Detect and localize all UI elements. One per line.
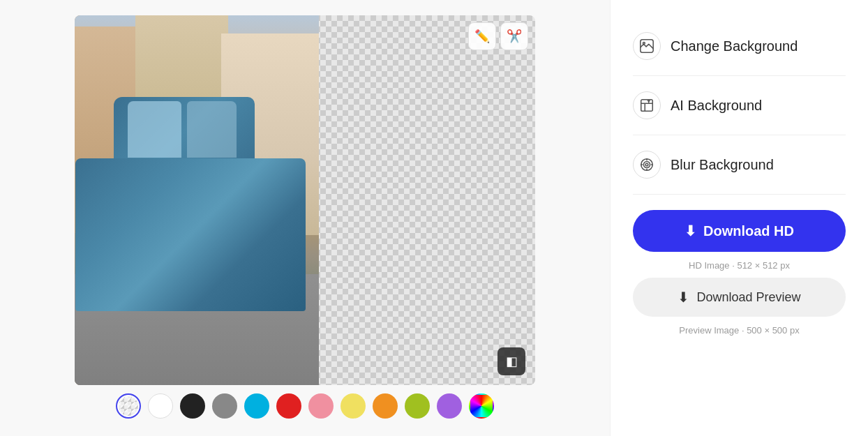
ai-background-option[interactable]: AI Background: [633, 79, 846, 132]
swatch-red[interactable]: [276, 393, 301, 419]
image-container: ✏️ ✂️: [75, 15, 535, 385]
download-preview-button[interactable]: ⬇ Download Preview: [633, 278, 846, 317]
svg-point-1: [643, 43, 645, 45]
swatches-row: [116, 385, 494, 421]
swatch-rainbow[interactable]: [469, 393, 494, 419]
divider-3: [633, 194, 846, 195]
swatch-pink[interactable]: [308, 393, 334, 419]
blur-background-icon: [633, 151, 661, 179]
preview-meta: Preview Image · 500 × 500 px: [633, 325, 846, 336]
svg-rect-2: [641, 100, 653, 112]
swatch-yellow[interactable]: [341, 393, 366, 419]
change-background-label: Change Background: [671, 38, 798, 54]
download-section: ⬇ Download HD HD Image · 512 × 512 px ⬇ …: [633, 210, 846, 336]
change-background-option[interactable]: Change Background: [633, 20, 846, 73]
canvas-area: ✏️ ✂️: [0, 0, 610, 436]
swatch-cyan[interactable]: [244, 393, 269, 419]
car-main-body: [75, 158, 306, 311]
magic-tool-button[interactable]: ✂️: [500, 22, 528, 50]
blur-background-option[interactable]: Blur Background: [633, 138, 846, 191]
change-background-icon: [633, 32, 661, 60]
download-hd-button[interactable]: ⬇ Download HD: [633, 210, 846, 252]
brush-tool-button[interactable]: ✏️: [468, 22, 496, 50]
car-scene: [75, 15, 319, 385]
transparent-side: [319, 15, 535, 385]
swatch-gray[interactable]: [212, 393, 237, 419]
swatch-lime[interactable]: [405, 393, 430, 419]
car-image-left: [75, 15, 319, 385]
swatch-purple[interactable]: [437, 393, 462, 419]
toolbar-row: ✏️ ✂️: [468, 22, 528, 50]
car-body: [75, 107, 319, 311]
toggle-view-button[interactable]: ◧: [497, 347, 525, 375]
ai-background-icon: [633, 91, 661, 119]
svg-point-5: [645, 163, 648, 166]
swatch-white[interactable]: [148, 393, 173, 419]
ai-background-label: AI Background: [671, 98, 762, 114]
divider-1: [633, 75, 846, 76]
right-panel: Change Background AI Background: [610, 0, 868, 436]
swatch-transparent[interactable]: [116, 393, 141, 419]
download-preview-icon: ⬇: [678, 289, 689, 306]
download-hd-label: Download HD: [703, 223, 794, 239]
download-hd-icon: ⬇: [684, 223, 696, 239]
car-window-front: [128, 101, 181, 158]
svg-point-4: [643, 161, 650, 167]
blur-background-label: Blur Background: [671, 157, 774, 173]
hd-meta: HD Image · 512 × 512 px: [633, 260, 846, 271]
main-area: ✏️ ✂️: [0, 0, 868, 436]
download-preview-label: Download Preview: [696, 290, 800, 305]
swatch-orange[interactable]: [373, 393, 398, 419]
car-window-rear: [187, 101, 237, 158]
divider-2: [633, 135, 846, 135]
toggle-icon: ◧: [506, 354, 518, 369]
swatch-black[interactable]: [180, 393, 205, 419]
